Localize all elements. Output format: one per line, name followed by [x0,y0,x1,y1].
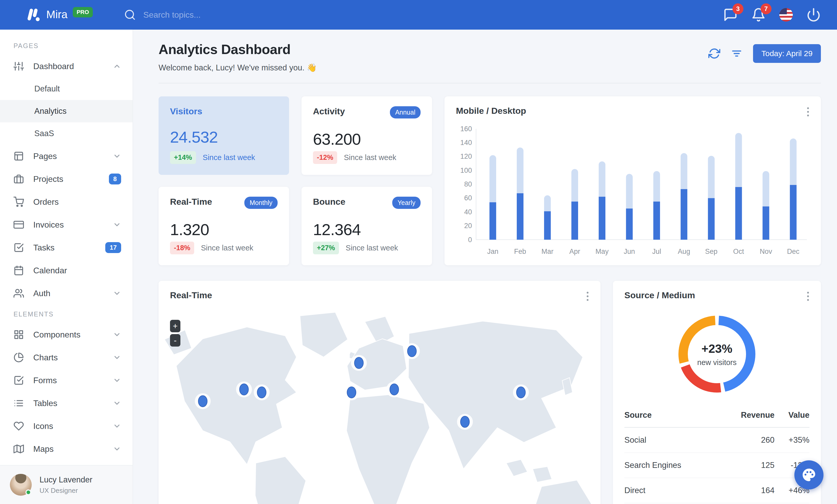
chevron-down-icon [113,331,121,339]
sidebar-item-charts[interactable]: Charts [0,346,132,369]
svg-text:100: 100 [460,167,472,174]
user-role: UX Designer [39,487,92,494]
sidebar-item-label: Dashboard [33,61,113,71]
sign-out-button[interactable] [806,7,821,22]
map-zoom-out-button[interactable]: - [170,334,180,347]
list-icon [14,398,24,408]
chart-menu-button[interactable] [805,106,811,118]
stat-period-badge: Annual [390,106,421,118]
svg-text:0: 0 [468,236,472,244]
sidebar-item-label: Projects [33,174,109,184]
sidebar-item-auth[interactable]: Auth [0,282,132,305]
map-marker[interactable] [240,384,249,395]
sidebar-user[interactable]: Lucy Lavender UX Designer [0,465,132,504]
svg-text:160: 160 [460,125,472,133]
sidebar-item-label: Forms [33,376,113,385]
map-marker[interactable] [390,384,399,395]
map-marker[interactable] [461,416,469,427]
avatar [10,474,32,496]
navbar-actions: 3 7 [723,7,821,22]
sidebar-item-orders[interactable]: Orders [0,190,132,213]
theme-settings-fab[interactable] [795,460,823,489]
today-button[interactable]: Today: April 29 [753,44,821,63]
welcome-message: Welcome back, Lucy! We've missed you. 👋 [159,63,317,73]
messages-button[interactable]: 3 [723,7,738,22]
map-marker[interactable] [347,387,356,398]
navbar-search[interactable] [124,9,288,21]
mobile-desktop-bar-chart: 020406080100120140160JanFebMarAprMayJunJ… [456,123,809,258]
sidebar-section-label: MIRA PRO [0,460,132,465]
stat-value: 24.532 [170,128,278,146]
stat-note: Since last week [203,153,255,162]
stat-delta-badge: -18% [170,242,194,254]
sidebar-item-badge: 17 [105,242,121,253]
sidebar-section-label: PAGES [0,36,132,55]
stat-note: Since last week [346,244,398,252]
source-medium-title: Source / Medium [624,290,809,300]
briefcase-icon [14,174,24,184]
sidebar-item-maps[interactable]: Maps [0,437,132,460]
cell-source: Search Engines [624,453,719,478]
chevron-down-icon [113,221,121,229]
chevron-down-icon [113,376,121,385]
sidebar-item-projects[interactable]: Projects8 [0,168,132,190]
sidebar-item-tables[interactable]: Tables [0,392,132,415]
sidebar-item-label: Orders [33,197,121,207]
map-marker[interactable] [198,396,207,407]
svg-text:Mar: Mar [541,247,553,255]
sidebar-item-pages[interactable]: Pages [0,145,132,168]
sidebar-subitem-default[interactable]: Default [0,78,132,100]
map-title: Real-Time [170,290,589,300]
chevron-down-icon [113,289,121,297]
sidebar-nav: PAGESDashboardDefaultAnalyticsSaaSPagesP… [0,30,132,465]
svg-text:Dec: Dec [787,247,800,255]
sidebar-item-tasks[interactable]: Tasks17 [0,236,132,259]
sidebar-subitem-analytics[interactable]: Analytics [0,100,132,123]
sidebar-section-label: ELEMENTS [0,305,132,323]
svg-text:140: 140 [460,139,472,147]
map-marker[interactable] [257,387,266,398]
col-revenue: Revenue [719,410,774,427]
sidebar-subitem-saas[interactable]: SaaS [0,123,132,145]
map-menu-button[interactable] [585,290,590,302]
brand[interactable]: Mira PRO [25,6,93,23]
map-zoom-in-button[interactable]: + [170,320,180,332]
sidebar-item-calendar[interactable]: Calendar [0,259,132,282]
stat-delta-badge: +27% [313,242,339,254]
table-row: Social260+35% [624,427,809,453]
notifications-button[interactable]: 7 [751,7,766,22]
cell-revenue: 164 [719,478,774,503]
sidebar-item-icons[interactable]: Icons [0,415,132,437]
sidebar-item-invoices[interactable]: Invoices [0,213,132,236]
sidebar-item-components[interactable]: Components [0,323,132,346]
stat-title: Activity [313,106,345,116]
shopping-cart-icon [14,197,24,207]
stat-card-bounce: BounceYearly12.364+27%Since last week [302,187,432,265]
chevron-down-icon [113,353,121,362]
chevron-down-icon [113,152,121,160]
map-marker[interactable] [516,387,526,398]
source-medium-donut: +23% new visitors [624,311,809,397]
source-medium-table: Source Revenue Value Social260+35%Search… [624,410,809,503]
stat-card-visitors: Visitors24.532+14%Since last week [159,96,289,175]
language-flag-us[interactable] [779,8,793,22]
col-source: Source [624,410,719,427]
sidebar-item-forms[interactable]: Forms [0,369,132,392]
pie-chart-icon [14,352,24,363]
sidebar-item-dashboard[interactable]: Dashboard [0,55,132,78]
source-medium-menu-button[interactable] [805,290,811,302]
stat-note: Since last week [201,244,253,252]
stat-period-badge: Yearly [392,197,421,209]
filter-button[interactable] [731,48,743,59]
world-map[interactable] [159,310,601,504]
stat-delta-badge: -12% [313,151,337,164]
svg-text:Jun: Jun [624,247,635,255]
map-marker[interactable] [408,346,416,357]
svg-text:Sep: Sep [705,247,718,255]
map-marker[interactable] [355,357,363,368]
search-input[interactable] [143,10,288,20]
realtime-map-card: Real-Time + - [159,281,601,504]
brand-name: Mira [46,6,68,23]
stat-title: Real-Time [170,197,212,207]
refresh-button[interactable] [708,48,720,59]
